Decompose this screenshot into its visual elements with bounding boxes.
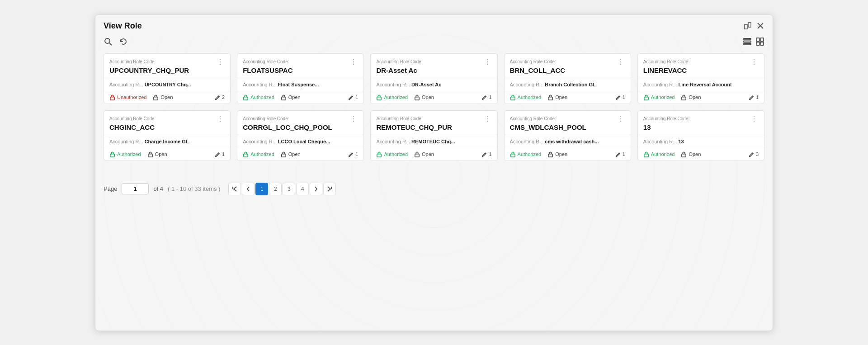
card-desc-value: cms withdrawal cash... xyxy=(545,139,599,144)
card-edit: 1 xyxy=(215,151,225,157)
grid-view-icon[interactable] xyxy=(755,37,764,46)
card-footer: Authorized Open 1 xyxy=(371,91,497,104)
card-desc-value: LCCO Local Cheque... xyxy=(278,139,330,144)
card-menu-btn[interactable]: ⋮ xyxy=(483,58,492,66)
card-lock-label: Open xyxy=(288,95,301,100)
card-1-3[interactable]: Accounting Role Code: ⋮ CMS_WDLCASH_POOL… xyxy=(504,110,631,161)
svg-rect-23 xyxy=(682,97,686,100)
svg-rect-11 xyxy=(756,42,760,45)
svg-rect-0 xyxy=(745,24,747,29)
card-role-label: Accounting Role Code: xyxy=(243,59,289,64)
card-status: Authorized xyxy=(643,151,675,157)
page-info: ( 1 - 10 of 33 items ) xyxy=(168,185,220,192)
card-0-4[interactable]: Accounting Role Code: ⋮ LINEREVACC Accou… xyxy=(637,53,764,104)
card-status: Authorized xyxy=(643,95,675,100)
next-page-btn[interactable] xyxy=(310,183,322,195)
page-of: of 4 xyxy=(153,185,163,192)
page-btn-2[interactable]: 2 xyxy=(269,183,282,195)
cards-row-1: Accounting Role Code: ⋮ UPCOUNTRY_CHQ_PU… xyxy=(104,53,764,104)
card-code: FLOATSUSPAC xyxy=(243,66,358,74)
card-role-label: Accounting Role Code: xyxy=(109,59,156,64)
svg-rect-28 xyxy=(377,154,381,157)
card-status: Authorized xyxy=(376,151,408,157)
card-status-label: Authorized xyxy=(518,95,542,100)
card-body: Accounting R... Branch Collection GL xyxy=(505,78,631,91)
card-menu-btn[interactable]: ⋮ xyxy=(349,115,358,123)
card-desc-label: Accounting R... xyxy=(643,139,677,144)
card-body: Accounting R... REMOTEUC Chq... xyxy=(371,135,497,148)
card-footer: Authorized Open 1 xyxy=(505,91,631,104)
card-0-2[interactable]: Accounting Role Code: ⋮ DR-Asset Ac Acco… xyxy=(370,53,497,104)
card-lock-label: Open xyxy=(155,151,167,157)
close-icon[interactable] xyxy=(756,22,764,30)
card-role-label: Accounting Role Code: xyxy=(643,116,689,121)
card-edit-count: 1 xyxy=(489,151,491,157)
card-menu-btn[interactable]: ⋮ xyxy=(616,115,625,123)
card-0-3[interactable]: Accounting Role Code: ⋮ BRN_COLL_ACC Acc… xyxy=(504,53,631,104)
card-lock-status: Open xyxy=(547,151,567,157)
page-label: Page xyxy=(104,185,117,192)
card-footer: Authorized Open 1 xyxy=(104,148,230,161)
card-edit-count: 1 xyxy=(623,151,625,157)
toolbar-right xyxy=(743,37,764,46)
prev-page-btn[interactable] xyxy=(242,183,255,195)
card-edit-count: 1 xyxy=(623,95,625,100)
card-status: Authorized xyxy=(243,95,274,100)
page-btn-4[interactable]: 4 xyxy=(296,183,309,195)
card-desc: Accounting R... Branch Collection GL xyxy=(510,82,625,87)
card-1-1[interactable]: Accounting Role Code: ⋮ CORRGL_LOC_CHQ_P… xyxy=(237,110,364,161)
svg-rect-8 xyxy=(744,43,751,45)
card-lock-status: Open xyxy=(414,151,434,157)
card-1-2[interactable]: Accounting Role Code: ⋮ REMOTEUC_CHQ_PUR… xyxy=(370,110,497,161)
card-edit-count: 1 xyxy=(489,95,491,100)
page-btn-1[interactable]: 1 xyxy=(255,183,268,195)
card-header: Accounting Role Code: ⋮ LINEREVACC xyxy=(638,54,764,78)
card-1-0[interactable]: Accounting Role Code: ⋮ CHGINC_ACC Accou… xyxy=(104,110,231,161)
card-edit: 1 xyxy=(749,95,759,100)
card-0-0[interactable]: Accounting Role Code: ⋮ UPCOUNTRY_CHQ_PU… xyxy=(104,53,231,104)
card-menu-btn[interactable]: ⋮ xyxy=(483,115,492,123)
search-icon[interactable] xyxy=(104,37,113,46)
toolbar xyxy=(95,35,773,50)
card-menu-btn[interactable]: ⋮ xyxy=(616,58,625,66)
card-edit-count: 1 xyxy=(355,151,358,157)
card-footer: Authorized Open 1 xyxy=(371,148,497,161)
maximize-icon[interactable] xyxy=(744,22,752,30)
pagination-buttons: 1 2 3 4 xyxy=(228,183,336,195)
card-0-1[interactable]: Accounting Role Code: ⋮ FLOATSUSPAC Acco… xyxy=(237,53,364,104)
svg-rect-29 xyxy=(415,154,419,157)
svg-rect-13 xyxy=(110,97,114,100)
card-desc-label: Accounting R... xyxy=(510,82,544,87)
card-menu-btn[interactable]: ⋮ xyxy=(750,58,759,66)
card-body: Accounting R... Line Reversal Account xyxy=(638,78,764,91)
refresh-icon[interactable] xyxy=(119,37,128,46)
card-lock-status: Open xyxy=(147,151,167,157)
card-status-label: Unauthorized xyxy=(117,95,146,100)
first-page-btn[interactable] xyxy=(228,183,241,195)
card-1-4[interactable]: Accounting Role Code: ⋮ 13 Accounting R.… xyxy=(637,110,764,161)
card-menu-btn[interactable]: ⋮ xyxy=(216,115,225,123)
card-header: Accounting Role Code: ⋮ FLOATSUSPAC xyxy=(237,54,363,78)
svg-rect-16 xyxy=(244,97,248,100)
card-desc-value: Branch Collection GL xyxy=(545,82,595,87)
pagination-area: Page of 4 ( 1 - 10 of 33 items ) 1 2 3 4 xyxy=(95,175,773,203)
card-lock-label: Open xyxy=(422,95,434,100)
card-header: Accounting Role Code: ⋮ 13 xyxy=(638,111,764,135)
card-desc-label: Accounting R... xyxy=(510,139,544,144)
svg-point-4 xyxy=(105,38,110,43)
card-footer: Authorized Open 1 xyxy=(638,91,764,104)
page-input[interactable] xyxy=(122,183,149,194)
card-desc: Accounting R... UPCOUNTRY Chq... xyxy=(109,82,225,87)
card-role-label: Accounting Role Code: xyxy=(243,116,289,121)
last-page-btn[interactable] xyxy=(323,183,336,195)
svg-rect-6 xyxy=(744,38,751,40)
card-menu-btn[interactable]: ⋮ xyxy=(750,115,759,123)
page-btn-3[interactable]: 3 xyxy=(283,183,295,195)
list-view-icon[interactable] xyxy=(743,37,752,46)
card-code: 13 xyxy=(643,123,759,131)
card-status: Authorized xyxy=(376,95,408,100)
card-edit-count: 2 xyxy=(222,95,225,100)
card-menu-btn[interactable]: ⋮ xyxy=(216,58,225,66)
card-menu-btn[interactable]: ⋮ xyxy=(349,58,358,66)
card-lock-status: Open xyxy=(281,151,301,157)
